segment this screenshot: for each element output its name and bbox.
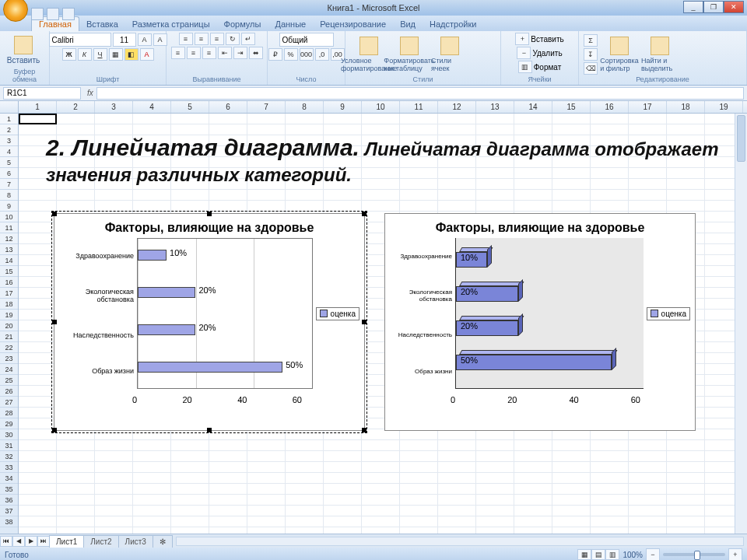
row-header[interactable]: 4 bbox=[0, 146, 18, 157]
shrink-font-icon[interactable]: A bbox=[153, 33, 167, 46]
zoom-out-button[interactable]: − bbox=[646, 548, 660, 560]
maximize-button[interactable]: ❐ bbox=[703, 1, 724, 13]
row-header[interactable]: 29 bbox=[0, 418, 18, 429]
row-header[interactable]: 38 bbox=[0, 516, 18, 527]
indent-dec-icon[interactable]: ⇤ bbox=[218, 47, 232, 59]
border-icon[interactable]: ▦ bbox=[109, 48, 123, 61]
view-layout-icon[interactable]: ▤ bbox=[591, 549, 605, 560]
selection-handle[interactable] bbox=[52, 428, 57, 432]
row-header[interactable]: 36 bbox=[0, 495, 18, 506]
sheet-nav-prev-icon[interactable]: ◀ bbox=[12, 536, 25, 547]
font-color-icon[interactable]: A bbox=[140, 48, 154, 61]
view-break-icon[interactable]: ▥ bbox=[605, 549, 619, 560]
col-header[interactable]: 1 bbox=[19, 101, 57, 113]
col-header[interactable]: 10 bbox=[362, 101, 400, 113]
row-header[interactable]: 34 bbox=[0, 473, 18, 484]
qat-save-icon[interactable] bbox=[31, 8, 44, 20]
currency-icon[interactable]: ₽ bbox=[268, 48, 282, 61]
tab-formulas[interactable]: Формулы bbox=[217, 17, 268, 31]
paste-button[interactable]: Вставить bbox=[5, 36, 42, 65]
insert-cells-icon[interactable]: + bbox=[515, 33, 529, 45]
row-header[interactable]: 1 bbox=[0, 114, 18, 124]
row-header[interactable]: 12 bbox=[0, 233, 18, 244]
row-header[interactable]: 35 bbox=[0, 484, 18, 495]
zoom-slider[interactable] bbox=[663, 553, 725, 556]
row-header[interactable]: 7 bbox=[0, 179, 18, 190]
col-header[interactable]: 8 bbox=[286, 101, 324, 113]
italic-button[interactable]: К bbox=[78, 48, 92, 61]
row-header[interactable]: 5 bbox=[0, 157, 18, 168]
col-header[interactable]: 3 bbox=[95, 101, 133, 113]
col-header[interactable]: 7 bbox=[247, 101, 286, 113]
qat-undo-icon[interactable] bbox=[47, 8, 59, 20]
sheet-nav-last-icon[interactable]: ⏭ bbox=[37, 536, 50, 547]
align-center-icon[interactable]: ≡ bbox=[187, 47, 201, 59]
find-select-button[interactable]: Найти и выделить bbox=[641, 37, 679, 72]
inc-decimal-icon[interactable]: ,0 bbox=[315, 48, 329, 61]
col-header[interactable]: 15 bbox=[552, 101, 591, 113]
row-header[interactable]: 15 bbox=[0, 266, 18, 277]
close-button[interactable]: ✕ bbox=[724, 1, 744, 13]
row-header[interactable]: 33 bbox=[0, 462, 18, 473]
percent-icon[interactable]: % bbox=[284, 48, 298, 61]
row-header[interactable]: 17 bbox=[0, 288, 18, 299]
row-header[interactable]: 24 bbox=[0, 364, 18, 375]
chart-3d[interactable]: Факторы, влияющие на здоровье Здравоохра… bbox=[384, 213, 696, 431]
wrap-text-icon[interactable]: ↵ bbox=[241, 33, 255, 45]
delete-cells-label[interactable]: Удалить bbox=[532, 49, 562, 58]
row-header[interactable]: 10 bbox=[0, 212, 18, 222]
selection-handle[interactable] bbox=[207, 428, 212, 432]
worksheet-grid[interactable]: 1 2 3 4 5 6 7 8 9 10 11 12 13 14 15 16 1… bbox=[0, 101, 747, 534]
vertical-scrollbar[interactable] bbox=[735, 114, 747, 534]
col-header[interactable]: 12 bbox=[438, 101, 476, 113]
selection-handle[interactable] bbox=[207, 212, 212, 216]
align-middle-icon[interactable]: ≡ bbox=[195, 33, 209, 45]
row-header[interactable]: 9 bbox=[0, 201, 18, 212]
col-header[interactable]: 16 bbox=[591, 101, 629, 113]
col-header[interactable]: 2 bbox=[57, 101, 95, 113]
row-header[interactable]: 16 bbox=[0, 277, 18, 288]
col-header[interactable]: 19 bbox=[705, 101, 743, 113]
col-header[interactable]: 11 bbox=[400, 101, 438, 113]
row-header[interactable]: 18 bbox=[0, 299, 18, 310]
fill-icon[interactable]: ↧ bbox=[584, 48, 598, 61]
row-header[interactable]: 31 bbox=[0, 440, 18, 451]
row-header[interactable]: 30 bbox=[0, 429, 18, 440]
format-cells-icon[interactable]: ▥ bbox=[518, 61, 532, 73]
cond-format-button[interactable]: Условное форматирование bbox=[350, 37, 388, 72]
row-header[interactable]: 25 bbox=[0, 375, 18, 386]
row-header[interactable]: 11 bbox=[0, 222, 18, 233]
row-header[interactable]: 28 bbox=[0, 408, 18, 418]
row-header[interactable]: 8 bbox=[0, 190, 18, 201]
minimize-button[interactable]: _ bbox=[683, 1, 703, 13]
merge-icon[interactable]: ⬌ bbox=[249, 47, 263, 59]
col-header[interactable]: 6 bbox=[209, 101, 247, 113]
sheet-nav-first-icon[interactable]: ⏮ bbox=[0, 536, 12, 547]
formula-bar[interactable] bbox=[96, 87, 744, 100]
office-button[interactable] bbox=[3, 0, 28, 22]
row-header[interactable]: 20 bbox=[0, 320, 18, 331]
insert-cells-label[interactable]: Вставить bbox=[531, 35, 563, 44]
name-box[interactable] bbox=[3, 87, 81, 100]
col-header[interactable]: 9 bbox=[324, 101, 362, 113]
selection-handle[interactable] bbox=[52, 212, 57, 216]
scrollbar-thumb[interactable] bbox=[737, 115, 745, 162]
fx-icon[interactable]: fx bbox=[87, 89, 93, 97]
col-header[interactable]: 4 bbox=[133, 101, 171, 113]
sort-filter-button[interactable]: Сортировка и фильтр bbox=[601, 37, 638, 72]
clear-icon[interactable]: ⌫ bbox=[584, 62, 598, 75]
row-header[interactable]: 19 bbox=[0, 310, 18, 320]
sheet-tab-3[interactable]: Лист3 bbox=[118, 535, 153, 548]
row-header[interactable]: 23 bbox=[0, 353, 18, 364]
row-header[interactable]: 32 bbox=[0, 451, 18, 462]
tab-data[interactable]: Данные bbox=[268, 17, 313, 31]
select-all-corner[interactable] bbox=[0, 101, 19, 113]
sheet-tab-new[interactable]: ✻ bbox=[153, 535, 173, 548]
row-header[interactable]: 3 bbox=[0, 135, 18, 146]
format-cells-label[interactable]: Формат bbox=[534, 63, 562, 72]
align-top-icon[interactable]: ≡ bbox=[179, 33, 193, 45]
selection-handle[interactable] bbox=[362, 212, 366, 216]
autosum-icon[interactable]: Σ bbox=[584, 34, 598, 47]
selection-handle[interactable] bbox=[362, 320, 366, 324]
font-name-combo[interactable] bbox=[49, 33, 111, 47]
